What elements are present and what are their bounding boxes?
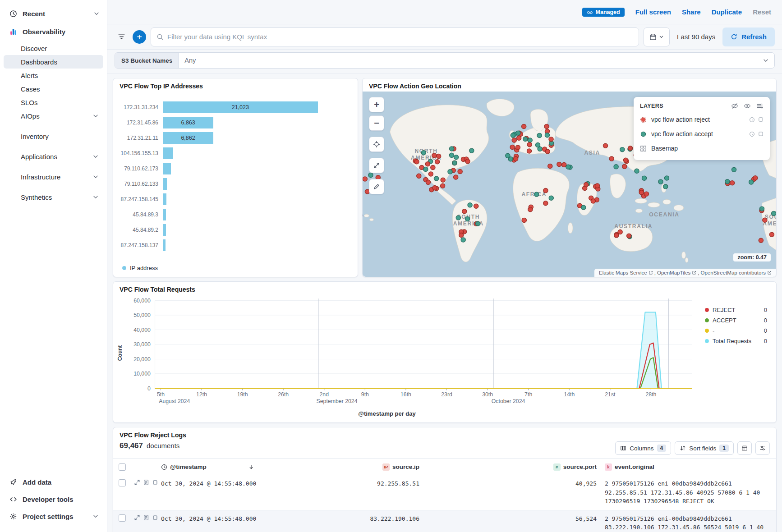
- row-checkbox[interactable]: [119, 514, 126, 522]
- accept-point: [469, 148, 474, 153]
- layer-checkbox-icon[interactable]: [758, 117, 764, 122]
- sidebar-item-cases[interactable]: Cases: [4, 82, 103, 96]
- top-ip-legend[interactable]: IP address: [113, 260, 358, 277]
- table-row[interactable]: Oct 30, 2024 @ 14:55:48.00092.255.85.514…: [113, 475, 776, 510]
- sidebar-item-dashboards[interactable]: Dashboards: [4, 55, 103, 69]
- kql-search-input[interactable]: [167, 33, 633, 41]
- expand-row-icon[interactable]: [134, 479, 140, 486]
- legend-label: ACCEPT: [713, 317, 736, 324]
- attribution-link[interactable]: OpenStreetMap contributors: [701, 270, 772, 275]
- sidebar-item-slos[interactable]: SLOs: [4, 96, 103, 109]
- display-options-button[interactable]: [737, 441, 752, 455]
- column-header-source-ip[interactable]: IP source.ip: [339, 463, 422, 471]
- dev-tools-icon: [9, 495, 17, 503]
- column-header-timestamp[interactable]: @timestamp: [158, 463, 339, 470]
- select-doc-icon[interactable]: [152, 514, 158, 521]
- sidebar-item-discover[interactable]: Discover: [4, 41, 103, 55]
- row-checkbox[interactable]: [119, 479, 126, 486]
- map-controls: + −: [369, 97, 384, 194]
- crosshair-icon: [373, 141, 380, 148]
- nav-recent[interactable]: Recent: [0, 5, 107, 23]
- pencil-icon: [373, 183, 380, 190]
- sort-desc-icon[interactable]: [248, 464, 254, 470]
- expand-row-icon[interactable]: [134, 514, 140, 521]
- bar[interactable]: [163, 209, 166, 220]
- total-requests-chart[interactable]: 010,00020,00030,00040,00050,00060,0005th…: [124, 296, 699, 410]
- view-document-icon[interactable]: [143, 514, 149, 521]
- sidebar-item-inventory[interactable]: Inventory: [4, 129, 103, 143]
- attribution-link[interactable]: OpenMapTiles: [657, 270, 696, 275]
- columns-button[interactable]: Columns 4: [615, 441, 671, 455]
- footer-item-add-data[interactable]: Add data: [4, 473, 103, 491]
- time-range-label[interactable]: Last 90 days: [674, 33, 718, 41]
- sidebar-item-infrastructure[interactable]: Infrastructure: [4, 170, 103, 183]
- grid-settings-button[interactable]: [755, 441, 770, 455]
- select-all-checkbox[interactable]: [119, 463, 126, 471]
- table-toolbar: Columns 4 Sort fields 1: [615, 441, 770, 455]
- bar[interactable]: 6,862: [163, 132, 213, 144]
- legend-item[interactable]: REJECT0: [705, 307, 767, 313]
- sidebar-item-aiops[interactable]: AIOps: [4, 109, 103, 123]
- sort-fields-button[interactable]: Sort fields 1: [675, 441, 734, 455]
- date-picker-button[interactable]: [644, 28, 670, 46]
- table-display-icon: [741, 445, 748, 451]
- bar-row: 87.247.158.145: [118, 193, 350, 205]
- attribution-link[interactable]: Elastic Maps Service: [599, 270, 653, 275]
- reset-button[interactable]: Reset: [753, 8, 771, 16]
- footer-item-developer-tools[interactable]: Developer tools: [4, 491, 103, 508]
- footer-item-project-settings[interactable]: Project settings: [4, 508, 103, 525]
- sidebar-item-applications[interactable]: Applications: [4, 150, 103, 163]
- bar[interactable]: 21,023: [163, 101, 318, 113]
- nav-observability[interactable]: Observability: [0, 23, 107, 41]
- locate-button[interactable]: [369, 137, 384, 152]
- control-chevron-button[interactable]: [757, 57, 774, 64]
- sidebar-item-synthetics[interactable]: Synthetics: [4, 190, 103, 204]
- s3-bucket-control[interactable]: S3 Bucket Names Any: [115, 52, 775, 69]
- layer-row-reject[interactable]: vpc flow action reject: [640, 112, 764, 127]
- layer-row-accept[interactable]: vpc flow action accept: [640, 127, 764, 141]
- sort-count-badge: 1: [719, 445, 729, 452]
- column-header-source-port[interactable]: # source.port: [422, 463, 599, 471]
- reject-point: [512, 138, 516, 142]
- legend-item[interactable]: Total Requests0: [705, 338, 767, 344]
- eye-slash-icon[interactable]: [731, 102, 738, 110]
- filter-menu-button[interactable]: [115, 30, 128, 44]
- sidebar-item-alerts[interactable]: Alerts: [4, 69, 103, 82]
- table-row[interactable]: Oct 30, 2024 @ 14:55:48.00083.222.190.10…: [113, 510, 776, 532]
- select-doc-icon[interactable]: [152, 479, 158, 486]
- duplicate-button[interactable]: Duplicate: [712, 8, 742, 16]
- eye-icon[interactable]: [744, 102, 751, 110]
- fit-extent-button[interactable]: [369, 158, 384, 173]
- bar[interactable]: [163, 163, 171, 174]
- kql-search-box[interactable]: [151, 28, 639, 46]
- accept-point: [516, 131, 520, 135]
- reject-point: [417, 174, 421, 178]
- zoom-out-button[interactable]: −: [369, 115, 384, 131]
- map-attribution: Elastic Maps Service, OpenMapTiles, Open…: [594, 269, 776, 277]
- view-document-icon[interactable]: [143, 479, 149, 486]
- column-header-event-original[interactable]: k event.original: [599, 463, 776, 471]
- gear-icon: [9, 512, 17, 520]
- legend-item[interactable]: -0: [705, 327, 767, 334]
- svg-text:9th: 9th: [361, 391, 369, 398]
- bar[interactable]: [163, 239, 166, 251]
- bar[interactable]: [163, 147, 173, 159]
- legend-item[interactable]: ACCEPT0: [705, 317, 767, 324]
- draw-tools-button[interactable]: [369, 179, 384, 194]
- full-screen-button[interactable]: Full screen: [635, 8, 671, 16]
- control-label[interactable]: S3 Bucket Names: [115, 53, 179, 68]
- bar[interactable]: [163, 193, 166, 205]
- managed-badge[interactable]: Managed: [582, 8, 625, 17]
- bar[interactable]: [163, 178, 167, 190]
- bar[interactable]: [163, 224, 166, 236]
- zoom-in-button[interactable]: +: [369, 97, 384, 112]
- control-value[interactable]: Any: [179, 57, 757, 64]
- layer-list-icon[interactable]: [756, 102, 764, 110]
- share-button[interactable]: Share: [682, 8, 701, 16]
- bar[interactable]: 6,863: [163, 117, 213, 128]
- add-filter-button[interactable]: +: [133, 30, 146, 44]
- layer-row-basemap[interactable]: Basemap: [640, 141, 764, 156]
- layer-checkbox-icon[interactable]: [758, 131, 764, 137]
- refresh-button[interactable]: Refresh: [722, 28, 775, 46]
- world-map[interactable]: NORTHAMERICASOUTHAMERICAAFRICAASIAOCEANI…: [363, 92, 776, 277]
